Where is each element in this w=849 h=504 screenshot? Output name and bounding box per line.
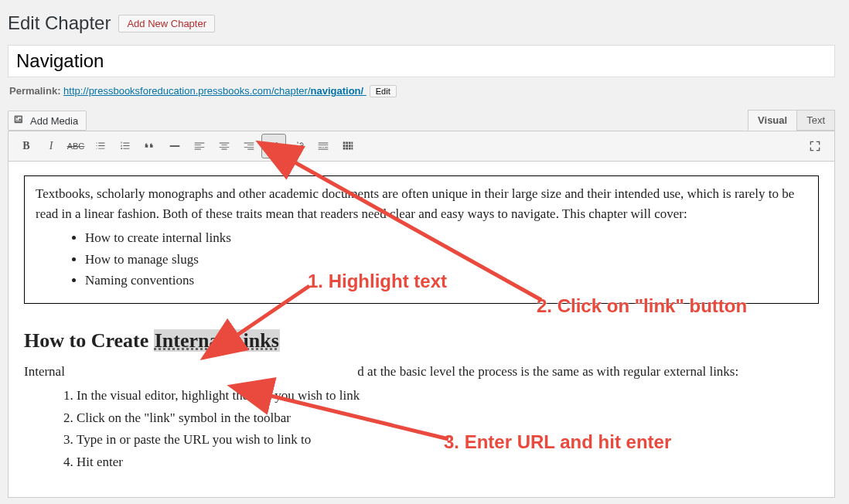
align-center-button[interactable] <box>213 135 236 158</box>
readmore-button[interactable] <box>312 135 335 158</box>
permalink-link[interactable]: http://pressbooksforeducation.pressbooks… <box>63 85 367 97</box>
heading-prefix: How to Create <box>24 329 154 352</box>
editor-tabs: Visual Text <box>748 110 835 131</box>
step-item: Hit enter <box>77 452 819 472</box>
tab-visual[interactable]: Visual <box>748 110 797 131</box>
add-media-button[interactable]: Add Media <box>8 111 87 131</box>
hr-button[interactable] <box>163 135 186 158</box>
number-list-button[interactable] <box>114 135 137 158</box>
link-icon <box>267 139 281 153</box>
list-item: How to create internal links <box>85 228 807 248</box>
page-title-text: Edit Chapter <box>8 12 111 34</box>
permalink-label: Permalink: <box>9 85 60 97</box>
heading-internal-links: How to Create Internal Links <box>24 325 819 356</box>
paragraph-internal: Internal d at the basic level the proces… <box>24 362 819 382</box>
add-media-label: Add Media <box>30 115 78 127</box>
align-left-button[interactable] <box>188 135 211 158</box>
italic-button[interactable]: I <box>39 135 63 158</box>
align-right-button[interactable] <box>237 135 261 158</box>
add-chapter-button[interactable]: Add New Chapter <box>118 15 215 32</box>
permalink-edit-button[interactable]: Edit <box>370 85 397 97</box>
permalink-slug: navigation/ <box>311 85 364 97</box>
media-icon <box>13 114 26 127</box>
strikethrough-button[interactable]: ABC <box>64 135 87 158</box>
page-title: Edit Chapter Add New Chapter <box>8 12 835 34</box>
unlink-button[interactable] <box>287 135 310 158</box>
post-title-input[interactable] <box>8 45 835 77</box>
svg-rect-0 <box>170 145 180 147</box>
bullet-list-button[interactable] <box>89 135 112 158</box>
list-item: Naming conventions <box>85 271 807 291</box>
highlighted-text: Internal Links <box>154 329 280 352</box>
permalink-base: http://pressbooksforeducation.pressbooks… <box>63 85 310 97</box>
bold-button[interactable]: B <box>15 135 38 158</box>
blockquote-button[interactable] <box>138 135 162 158</box>
editor-toolbar: B I ABC <box>9 131 834 162</box>
editor-content[interactable]: Textbooks, scholarly monographs and othe… <box>9 162 834 497</box>
textbox: Textbooks, scholarly monographs and othe… <box>24 175 819 304</box>
step-item: In the visual editor, highlight the text… <box>77 386 819 406</box>
tab-text[interactable]: Text <box>796 110 835 131</box>
editor: B I ABC Textbooks, scholarly monographs … <box>8 131 835 498</box>
step-item: Click on the "link" symbol in the toolba… <box>77 408 819 428</box>
kitchen-sink-button[interactable] <box>336 135 360 158</box>
permalink-row: Permalink: http://pressbooksforeducation… <box>9 85 835 97</box>
link-button[interactable] <box>262 135 285 158</box>
fullscreen-button[interactable] <box>803 135 827 158</box>
list-item: How to manage slugs <box>85 250 807 270</box>
unlink-icon <box>292 139 305 153</box>
expand-icon <box>808 139 822 153</box>
step-item: Type in or paste the URL you wish to lin… <box>77 430 819 450</box>
intro-paragraph: Textbooks, scholarly monographs and othe… <box>36 184 807 223</box>
